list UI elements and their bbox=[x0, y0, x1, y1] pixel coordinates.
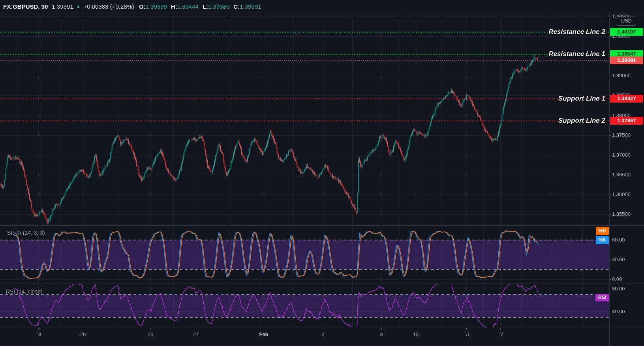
time-axis-label: 10 bbox=[413, 331, 419, 337]
price-tick-label: 1.36000 bbox=[612, 191, 631, 197]
price-label-support-2: 1.37867 bbox=[610, 117, 643, 125]
time-axis-label: 3 bbox=[321, 331, 324, 337]
support-line-2-label[interactable]: Support Line 2 bbox=[558, 117, 605, 125]
low-label: L: bbox=[203, 3, 208, 10]
price-label-support-1: 1.38427 bbox=[610, 95, 643, 103]
open-label: O: bbox=[139, 3, 146, 10]
time-axis-label: 17 bbox=[498, 331, 503, 337]
close-value: 1.39391 bbox=[240, 3, 261, 10]
currency-toggle-button[interactable]: USD bbox=[617, 17, 636, 26]
resistance-line-1-label[interactable]: Resistance Line 1 bbox=[548, 50, 605, 58]
close-label: C: bbox=[233, 3, 240, 10]
stoch-tick-label: 0.00 bbox=[612, 276, 622, 282]
rsi-badge[interactable]: RSI bbox=[595, 294, 609, 301]
up-arrow-icon: ▲ bbox=[76, 4, 81, 9]
time-axis-label: 20 bbox=[80, 331, 86, 337]
price-chart-canvas[interactable] bbox=[0, 0, 644, 346]
price-tick-label: 1.37500 bbox=[612, 132, 631, 138]
stoch-indicator-title[interactable]: Stoch (14, 3, 3) bbox=[7, 230, 45, 236]
price-label-last: 1.39391 bbox=[610, 56, 643, 64]
chart-window: FX:GBPUSD, 30 1.39391 ▲ +0.00383 (+0.28%… bbox=[0, 0, 644, 346]
stoch-tick-label: 80.00 bbox=[612, 237, 625, 243]
low-value: 1.39389 bbox=[208, 3, 229, 10]
rsi-indicator-title[interactable]: RSI (14, close) bbox=[6, 288, 43, 295]
high-value: 1.39444 bbox=[177, 3, 199, 10]
price-tick-label: 1.36500 bbox=[612, 172, 631, 178]
time-axis-label: Feb bbox=[259, 331, 268, 337]
time-axis-label: 15 bbox=[464, 331, 469, 337]
stoch-tick-label: 40.00 bbox=[612, 256, 625, 262]
rsi-tick-label: 80.00 bbox=[612, 286, 625, 292]
open-value: 1.39399 bbox=[146, 3, 167, 10]
time-axis-label: 8 bbox=[380, 331, 383, 337]
resistance-line-2-label[interactable]: Resistance Line 2 bbox=[548, 28, 605, 36]
symbol-title[interactable]: FX:GBPUSD, 30 bbox=[3, 3, 48, 10]
price-change: +0.00383 (+0.28%) bbox=[83, 3, 134, 10]
price-tick-label: 1.35500 bbox=[612, 211, 631, 217]
time-axis-label: 25 bbox=[148, 331, 153, 337]
support-line-1-label[interactable]: Support Line 1 bbox=[558, 95, 605, 103]
rsi-tick-label: 40.00 bbox=[612, 309, 625, 314]
price-tick-label: 1.37000 bbox=[612, 152, 631, 158]
time-axis-label: 18 bbox=[36, 331, 41, 337]
price-label-resistance-2: 1.40107 bbox=[610, 28, 643, 36]
last-price-value: 1.39391 bbox=[52, 3, 73, 10]
symbol-info-bar: FX:GBPUSD, 30 1.39391 ▲ +0.00383 (+0.28%… bbox=[3, 0, 265, 13]
high-label: H: bbox=[171, 3, 177, 10]
stoch-d-badge[interactable]: %D bbox=[596, 227, 609, 235]
stoch-k-badge[interactable]: %K bbox=[596, 236, 609, 244]
price-tick-label: 1.39000 bbox=[612, 73, 631, 79]
time-axis-label: 27 bbox=[193, 331, 199, 337]
